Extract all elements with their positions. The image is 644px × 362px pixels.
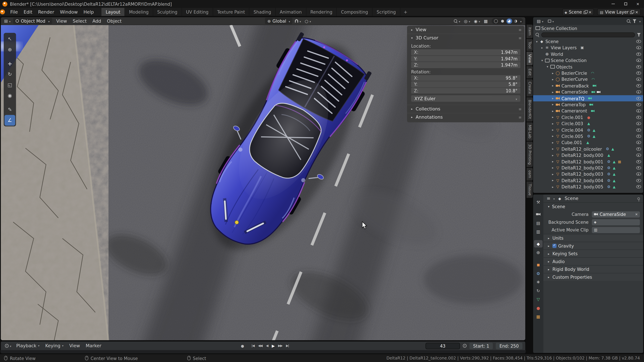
panel-grip-icon[interactable] xyxy=(518,28,522,32)
expand-arrow-icon[interactable] xyxy=(551,141,555,144)
mb-lab-sidebar-tab[interactable]: MB-Lab xyxy=(526,122,533,141)
blender-menu-icon[interactable] xyxy=(0,9,5,14)
checkbox[interactable] xyxy=(552,244,556,248)
next-keyframe-button[interactable]: ▶▶ xyxy=(277,344,284,348)
z-cursor-location-field[interactable]: Z: 1.947m xyxy=(411,62,520,68)
visibility-eye-icon[interactable] xyxy=(636,65,641,68)
expand-arrow-icon[interactable] xyxy=(551,166,555,170)
keying-sets-section[interactable]: Keying Sets xyxy=(544,250,643,257)
expand-arrow-icon[interactable] xyxy=(551,96,555,100)
object-type-visibility-button[interactable] xyxy=(453,18,462,23)
modeling-workspace-tab[interactable]: Modeling xyxy=(125,8,153,16)
frame-end-field[interactable]: End: 250 xyxy=(496,343,522,349)
visibility-eye-icon[interactable] xyxy=(636,153,641,157)
display-mode-button[interactable] xyxy=(547,19,555,23)
jump-to-start-button[interactable]: |◀ xyxy=(250,344,256,348)
audio-section[interactable]: Audio xyxy=(544,257,643,265)
item-sidebar-tab[interactable]: Item xyxy=(526,25,533,38)
frame-start-field[interactable]: Start: 1 xyxy=(470,343,493,349)
visibility-eye-icon[interactable] xyxy=(636,135,641,138)
select-viewport-menu[interactable]: Select xyxy=(70,17,90,25)
create-sidebar-tab[interactable]: Create xyxy=(526,79,533,96)
expand-arrow-icon[interactable] xyxy=(551,115,555,119)
expand-arrow-icon[interactable] xyxy=(551,153,555,157)
deltar12-body-004-outliner-row[interactable]: DeltaR12_body.004 xyxy=(533,177,643,184)
search-input[interactable] xyxy=(541,32,635,37)
visibility-eye-icon[interactable] xyxy=(636,179,641,182)
object-data-properties-tab[interactable] xyxy=(534,296,542,303)
expand-arrow-icon[interactable] xyxy=(551,90,555,94)
cameratop-outliner-row[interactable]: CameraTop xyxy=(533,102,643,108)
annotate-tool-button[interactable] xyxy=(4,104,15,115)
rendered-shading-button[interactable] xyxy=(513,18,518,24)
camera-field[interactable]: CameraSide xyxy=(592,211,640,217)
play-reverse-button[interactable]: ◀ xyxy=(265,344,269,348)
help-menu[interactable]: Help xyxy=(81,7,97,16)
rendering-workspace-tab[interactable]: Rendering xyxy=(306,8,337,16)
sculpting-workspace-tab[interactable]: Sculpting xyxy=(153,8,182,16)
properties-editor-icon[interactable] xyxy=(547,196,550,201)
visibility-eye-icon[interactable] xyxy=(636,90,641,94)
expand-arrow-icon[interactable] xyxy=(540,59,544,62)
texture-paint-workspace-tab[interactable]: Texture Paint xyxy=(213,8,250,16)
world-outliner-row[interactable]: World xyxy=(533,51,643,57)
expand-arrow-icon[interactable] xyxy=(551,185,555,189)
cameraside-outliner-row[interactable]: CameraSide xyxy=(533,89,643,95)
layout-workspace-tab[interactable]: Layout xyxy=(102,8,125,16)
view-layer-properties-tab[interactable] xyxy=(534,228,542,235)
osm-sidebar-tab[interactable]: osm xyxy=(526,168,533,181)
editor-type-button[interactable] xyxy=(536,19,544,23)
collections-panel-header[interactable]: Collections xyxy=(407,105,524,113)
solid-shading-button[interactable] xyxy=(500,18,505,24)
edit-sidebar-tab[interactable]: Edit xyxy=(526,66,533,78)
view-layer-selector[interactable]: View Layer xyxy=(598,8,641,15)
current-frame-field[interactable]: 43 xyxy=(426,343,460,349)
circle-004-outliner-row[interactable]: Circle.004 xyxy=(533,127,643,133)
tool-sidebar-tab[interactable]: Tool xyxy=(526,39,533,51)
scene-collection-outliner-row[interactable]: Scene Collection xyxy=(533,57,643,64)
deltar12-oilcooler-outliner-row[interactable]: DeltaR12_oilcooler xyxy=(533,146,643,152)
new-scene-button[interactable] xyxy=(584,10,587,13)
expand-arrow-icon[interactable] xyxy=(551,103,555,106)
blenderkit-sidebar-tab[interactable]: BlenderKit xyxy=(526,97,533,121)
visibility-eye-icon[interactable] xyxy=(636,116,641,119)
gizmos-button[interactable] xyxy=(463,18,472,23)
filter-funnel-icon[interactable] xyxy=(633,19,636,23)
visibility-eye-icon[interactable] xyxy=(636,122,641,125)
y-cursor-location-field[interactable]: Y: 1.947m xyxy=(411,56,520,62)
3d-printing-sidebar-tab[interactable]: 3D Printing xyxy=(526,142,533,167)
mode-selector[interactable]: Object Mod xyxy=(13,17,52,24)
record-button[interactable]: ● xyxy=(240,344,245,348)
select-box-tool-button[interactable] xyxy=(4,34,15,44)
expand-arrow-icon[interactable] xyxy=(535,40,539,43)
expand-arrow-icon[interactable] xyxy=(551,134,555,138)
xray-toggle-button[interactable] xyxy=(483,18,489,23)
new-view-layer-button[interactable] xyxy=(630,10,634,13)
visibility-eye-icon[interactable] xyxy=(636,59,641,62)
clear-button[interactable] xyxy=(635,212,638,216)
scene-outliner-row[interactable]: Scene xyxy=(533,38,643,45)
previous-keyframe-button[interactable]: ◀◀ xyxy=(257,344,264,348)
custom-properties-section[interactable]: Custom Properties xyxy=(544,273,643,281)
editor-type-button[interactable] xyxy=(4,344,12,348)
uv-editing-workspace-tab[interactable]: UV Editing xyxy=(182,8,213,16)
material-preview-shading-button[interactable] xyxy=(506,18,512,24)
visibility-eye-icon[interactable] xyxy=(636,78,641,81)
expand-arrow-icon[interactable] xyxy=(540,46,544,50)
panel-grip-icon[interactable] xyxy=(518,36,522,40)
beziercircle-outliner-row[interactable]: BezierCircle xyxy=(533,70,643,76)
measure-tool-button[interactable] xyxy=(4,115,15,126)
close-button[interactable] xyxy=(632,0,644,8)
view-sidebar-tab[interactable]: View xyxy=(526,52,533,65)
expand-arrow-icon[interactable] xyxy=(551,109,555,113)
view-panel-header[interactable]: View xyxy=(407,26,524,34)
visibility-eye-icon[interactable] xyxy=(636,103,641,106)
visibility-eye-icon[interactable] xyxy=(636,84,641,87)
expand-arrow-icon[interactable] xyxy=(551,122,555,125)
particles-properties-tab[interactable] xyxy=(534,278,542,286)
rotate-tool-button[interactable] xyxy=(4,69,15,80)
rigid-body-world-section[interactable]: Rigid Body World xyxy=(544,265,643,273)
scene-selector[interactable]: Scene xyxy=(562,8,594,15)
deltar12-body-000-outliner-row[interactable]: DeltaR12_body.000 xyxy=(533,152,643,158)
move-tool-button[interactable] xyxy=(4,58,15,69)
